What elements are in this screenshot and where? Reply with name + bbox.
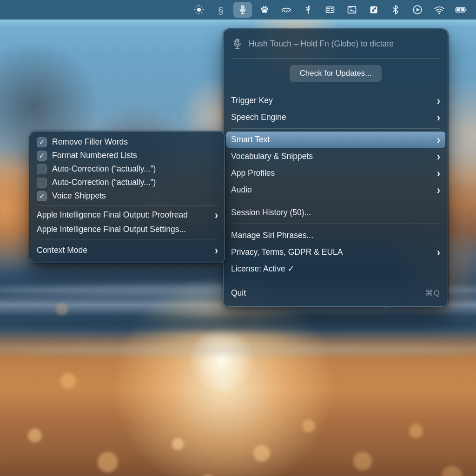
update-button-row: Check for Updates... [224, 61, 448, 86]
screen-sparkle-icon[interactable] [343, 2, 361, 18]
menu-item-trigger-key[interactable]: Trigger Key › [224, 92, 448, 109]
brightness-icon[interactable] [190, 2, 208, 18]
play-circle-icon[interactable] [408, 2, 427, 18]
checkbox-checked-icon[interactable]: ✓ [37, 151, 47, 161]
menu-bar: § [0, 0, 476, 20]
chevron-right-icon: › [437, 134, 440, 145]
share-arrow-icon[interactable] [364, 2, 383, 18]
chevron-right-icon: › [437, 184, 440, 195]
checkbox-unchecked-icon[interactable] [37, 164, 47, 174]
microphone-icon[interactable] [233, 2, 252, 18]
bokeh-light [253, 445, 270, 462]
chevron-right-icon: › [215, 210, 218, 220]
separator [231, 201, 440, 201]
eye-closed-icon[interactable] [277, 2, 296, 18]
paw-icon[interactable] [255, 2, 274, 18]
menu-item-privacy-terms[interactable]: Privacy, Terms, GDPR & EULA › [224, 244, 448, 260]
submenu-item-auto-correction-1[interactable]: Auto-Correction (“actually...”) [30, 162, 225, 176]
bokeh-light [28, 429, 42, 443]
checkbox-checked-icon[interactable]: ✓ [37, 191, 47, 201]
bokeh-light [442, 466, 462, 476]
menu-item-quit[interactable]: Quit ⌘Q [224, 283, 448, 303]
chevron-right-icon: › [437, 246, 440, 257]
main-dropdown-menu: Hush Touch – Hold Fn (Globe) to dictate … [223, 29, 448, 307]
squiggle-glyph: § [218, 5, 224, 15]
separator [231, 128, 440, 129]
chevron-right-icon: › [437, 112, 440, 122]
bokeh-light [56, 303, 68, 315]
chevron-right-icon: › [437, 151, 440, 161]
separator [231, 280, 440, 280]
menu-item-speech-engine[interactable]: Speech Engine › [224, 109, 448, 126]
menu-item-app-profiles[interactable]: App Profiles › [224, 165, 448, 181]
battery-charging-icon[interactable] [452, 2, 470, 18]
bokeh-light [409, 424, 423, 438]
bokeh-light [353, 452, 372, 470]
chevron-right-icon: › [437, 95, 440, 106]
keyboard-icon[interactable] [321, 2, 339, 18]
separator [231, 58, 440, 59]
sea-dark-band [0, 317, 476, 331]
chevron-right-icon: › [437, 167, 440, 178]
menu-item-session-history[interactable]: Session History (50)... [224, 204, 448, 221]
bokeh-light [302, 419, 315, 432]
menu-header-title: Hush Touch – Hold Fn (Globe) to dictate [249, 39, 394, 49]
separator [37, 239, 218, 239]
menu-item-audio[interactable]: Audio › [224, 181, 448, 198]
smart-text-submenu: ✓ Remove Filler Words ✓ Format Numbered … [30, 131, 225, 263]
bokeh-light [98, 452, 118, 472]
menu-item-license-status: License: Active ✓ [224, 260, 448, 277]
menu-item-vocabulary-snippets[interactable]: Vocabulary & Snippets › [224, 148, 448, 165]
submenu-item-ai-final-output-proofread[interactable]: Apple Intelligence Final Output: Proofre… [30, 208, 225, 222]
bokeh-light [60, 373, 76, 389]
wifi-icon[interactable] [430, 2, 449, 18]
bluetooth-icon[interactable] [386, 2, 405, 18]
chevron-right-icon: › [215, 245, 218, 256]
shore-foam-band [0, 345, 476, 355]
separator [231, 224, 440, 224]
submenu-item-remove-filler-words[interactable]: ✓ Remove Filler Words [30, 135, 225, 149]
check-for-updates-button[interactable]: Check for Updates... [290, 65, 382, 82]
submenu-item-ai-final-output-settings[interactable]: Apple Intelligence Final Output Settings… [30, 222, 225, 237]
quit-shortcut: ⌘Q [425, 288, 440, 298]
menu-header: Hush Touch – Hold Fn (Globe) to dictate [224, 33, 448, 55]
menu-item-smart-text[interactable]: Smart Text › [226, 132, 445, 148]
separator [231, 89, 440, 89]
squiggle-icon[interactable]: § [212, 2, 230, 18]
submenu-item-auto-correction-2[interactable]: Auto-Correction (“actually...”) [30, 176, 225, 189]
checkbox-checked-icon[interactable]: ✓ [37, 137, 47, 147]
submenu-item-context-mode[interactable]: Context Mode › [30, 242, 225, 259]
menu-item-manage-siri-phrases[interactable]: Manage Siri Phrases... [224, 227, 448, 244]
submenu-item-format-numbered-lists[interactable]: ✓ Format Numbered Lists [30, 149, 225, 162]
sprout-icon[interactable] [299, 2, 317, 18]
submenu-item-voice-shippets[interactable]: ✓ Voice Shippets [30, 189, 225, 203]
separator [37, 205, 218, 205]
microphone-header-icon [231, 38, 244, 50]
checkbox-unchecked-icon[interactable] [37, 178, 47, 188]
bokeh-light [172, 438, 184, 450]
